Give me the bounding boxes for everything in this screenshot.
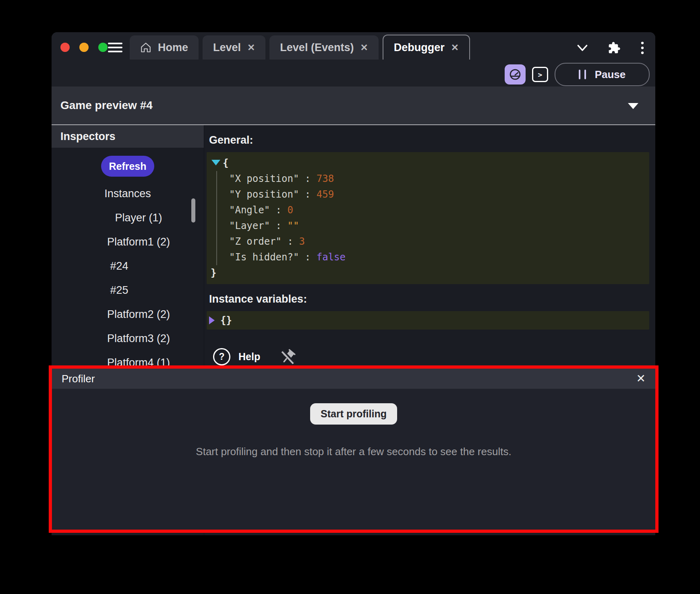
help-label: Help — [238, 351, 260, 363]
tree-item-24[interactable]: #24 — [43, 254, 195, 278]
tab-label: Level (Events) — [280, 41, 354, 54]
game-preview-title: Game preview #4 — [60, 99, 153, 112]
maximize-window-button[interactable] — [98, 43, 108, 52]
general-section-label: General: — [209, 134, 649, 146]
tab-debugger[interactable]: Debugger ✕ — [383, 35, 470, 60]
dropdown-caret-icon[interactable] — [628, 103, 638, 109]
help-button[interactable]: ? Help — [213, 348, 260, 365]
collapse-arrow-icon[interactable] — [211, 160, 220, 165]
json-root-close: } — [211, 265, 645, 281]
tree-item-platform2[interactable]: Platform2 (2) — [62, 302, 215, 326]
pause-icon — [579, 70, 586, 79]
tab-label: Home — [158, 41, 188, 54]
home-icon — [140, 42, 151, 53]
profiler-header: Profiler ✕ — [52, 369, 655, 389]
json-line-angle: "Angle" : 0 — [229, 202, 645, 218]
traffic-lights — [60, 43, 108, 52]
close-icon[interactable]: ✕ — [451, 43, 459, 52]
extensions-puzzle-icon[interactable] — [608, 41, 621, 54]
tab-label: Debugger — [394, 41, 445, 54]
tab-level[interactable]: Level ✕ — [203, 35, 265, 60]
profiler-title: Profiler — [62, 373, 95, 385]
json-value: 3 — [299, 234, 304, 250]
profiler-body: Start profiling Start profiling and then… — [52, 389, 655, 458]
game-preview-header[interactable]: Game preview #4 — [52, 87, 655, 125]
json-line-is-hidden: "Is hidden?" : false — [229, 250, 645, 265]
hamburger-menu-icon[interactable] — [108, 43, 122, 52]
json-value: 738 — [317, 171, 334, 187]
app-window: Home Level ✕ Level (Events) ✕ Debugger ✕ — [52, 32, 655, 535]
json-value: 0 — [288, 202, 293, 218]
json-root-open: { — [211, 155, 645, 171]
inspectors-title: Inspectors — [60, 130, 116, 143]
refresh-button[interactable]: Refresh — [101, 156, 154, 177]
instance-variables-view: {} — [207, 311, 649, 330]
tab-label: Level — [213, 41, 241, 54]
screenshot-canvas: Home Level ✕ Level (Events) ✕ Debugger ✕ — [0, 0, 700, 594]
chevron-down-icon[interactable] — [576, 43, 589, 53]
inspectors-header: Inspectors — [52, 125, 204, 148]
json-children: "X position" : 738 "Y position" : 459 "A… — [216, 171, 645, 265]
pin-off-icon[interactable] — [280, 349, 296, 365]
titlebar: Home Level ✕ Level (Events) ✕ Debugger ✕ — [52, 32, 655, 60]
json-close-brace: } — [211, 265, 216, 281]
debugger-toolbar: > Pause — [52, 60, 655, 87]
sidebar-scrollbar[interactable] — [191, 198, 195, 223]
start-profiling-button[interactable]: Start profiling — [310, 403, 397, 425]
pause-button[interactable]: Pause — [555, 63, 650, 86]
close-icon[interactable]: ✕ — [247, 43, 255, 52]
pause-label: Pause — [595, 68, 626, 81]
json-value: false — [317, 250, 346, 265]
tree-item-instances[interactable]: Instances — [52, 182, 204, 206]
close-icon[interactable]: ✕ — [360, 43, 368, 52]
profiler-panel: Profiler ✕ Start profiling Start profili… — [49, 365, 659, 533]
console-prompt-glyph: > — [538, 70, 543, 79]
tab-level-events[interactable]: Level (Events) ✕ — [269, 35, 378, 60]
kebab-menu-icon[interactable] — [639, 41, 646, 55]
help-row: ? Help — [207, 348, 649, 365]
instance-variables-label: Instance variables: — [209, 293, 649, 305]
json-line-z-order: "Z order" : 3 — [229, 234, 645, 250]
minimize-window-button[interactable] — [79, 43, 89, 52]
instance-variables-value: {} — [220, 315, 232, 326]
console-button[interactable]: > — [532, 67, 548, 82]
json-open-brace: { — [223, 155, 228, 171]
json-line-layer: "Layer" : "" — [229, 218, 645, 234]
close-window-button[interactable] — [60, 43, 70, 52]
general-json-view: { "X position" : 738 "Y position" : 459 … — [207, 152, 649, 284]
tree-item-platform3[interactable]: Platform3 (2) — [62, 326, 215, 351]
gauge-icon — [509, 68, 521, 80]
tab-home[interactable]: Home — [130, 35, 199, 60]
tree-item-platform1[interactable]: Platform1 (2) — [62, 230, 215, 254]
profiler-hint-text: Start profiling and then stop it after a… — [196, 446, 511, 458]
instances-tree: Instances Player (1) Platform1 (2) #24 #… — [52, 182, 204, 375]
json-line-x-position: "X position" : 738 — [229, 171, 645, 187]
json-line-y-position: "Y position" : 459 — [229, 187, 645, 202]
titlebar-actions — [576, 41, 646, 55]
close-icon[interactable]: ✕ — [636, 373, 646, 384]
profiler-toggle-button[interactable] — [505, 64, 526, 85]
json-value: "" — [288, 218, 299, 234]
question-mark-icon: ? — [213, 348, 230, 365]
tree-item-25[interactable]: #25 — [43, 278, 195, 302]
tab-bar: Home Level ✕ Level (Events) ✕ Debugger ✕ — [130, 35, 470, 60]
json-value: 459 — [317, 187, 334, 202]
